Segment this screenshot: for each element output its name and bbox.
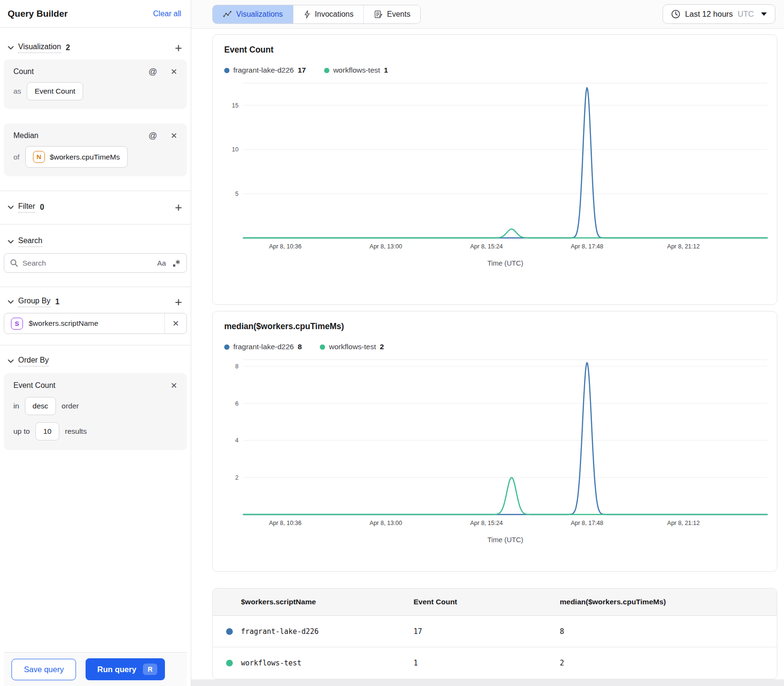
svg-text:Time (UTC): Time (UTC) bbox=[487, 536, 523, 544]
number-type-icon: N bbox=[33, 151, 45, 163]
svg-text:15: 15 bbox=[232, 102, 239, 109]
median-cpu-chart-card: median($workers.cpuTimeMs) fragrant-lake… bbox=[212, 311, 777, 572]
svg-text:Apr 8, 21:12: Apr 8, 21:12 bbox=[667, 520, 700, 526]
save-query-button[interactable]: Save query bbox=[11, 659, 76, 680]
series-total: 8 bbox=[298, 343, 302, 351]
svg-text:Time (UTC): Time (UTC) bbox=[487, 259, 523, 267]
close-icon[interactable]: ✕ bbox=[171, 68, 177, 76]
field-selector[interactable]: N $workers.cpuTimeMs bbox=[25, 146, 128, 168]
legend-item: workflows-test1 bbox=[324, 66, 388, 75]
column-header: $workers.scriptName bbox=[213, 598, 414, 606]
series-color-dot bbox=[224, 68, 229, 73]
mention-icon[interactable]: @ bbox=[148, 131, 157, 140]
horizontal-scrollbar-track[interactable] bbox=[191, 679, 784, 686]
order-by-section-label: Order By bbox=[18, 356, 49, 366]
series-color-dot bbox=[226, 660, 233, 666]
close-icon[interactable]: ✕ bbox=[171, 132, 177, 140]
chevron-down-icon[interactable] bbox=[6, 357, 15, 365]
view-tabs: Visualizations Invocations Events bbox=[212, 5, 421, 24]
legend-item: fragrant-lake-d2268 bbox=[224, 343, 302, 351]
add-filter-button[interactable]: + bbox=[173, 203, 184, 212]
filter-section-label: Filter bbox=[18, 202, 35, 213]
search-icon bbox=[10, 259, 18, 267]
sidebar-footer: Save query Run query R bbox=[4, 652, 187, 686]
visualization-card-median: Median @ ✕ of N $workers.cpuTimeMs bbox=[4, 123, 187, 176]
direction-value: desc bbox=[33, 402, 48, 410]
event-count-chart: 51015Apr 8, 10:36Apr 8, 13:00Apr 8, 15:2… bbox=[224, 80, 774, 271]
line-chart-icon bbox=[223, 10, 232, 18]
table-row: fragrant-lake-d226178 bbox=[213, 616, 777, 647]
tab-invocations[interactable]: Invocations bbox=[293, 5, 364, 23]
table-body: fragrant-lake-d226178workflows-test12 bbox=[213, 616, 777, 679]
tab-events[interactable]: Events bbox=[363, 5, 420, 23]
clear-all-button[interactable]: Clear all bbox=[153, 10, 181, 18]
add-visualization-button[interactable]: + bbox=[173, 43, 184, 53]
chevron-down-icon[interactable] bbox=[6, 298, 15, 306]
group-by-item[interactable]: S $workers.scriptName ✕ bbox=[4, 313, 187, 334]
series-name: workflows-test bbox=[329, 343, 376, 351]
chevron-down-icon[interactable] bbox=[6, 43, 15, 52]
in-label: in bbox=[13, 402, 19, 410]
order-by-field: Event Count bbox=[13, 381, 55, 390]
column-header: median($workers.cpuTimeMs) bbox=[560, 598, 777, 606]
regex-toggle-icon[interactable] bbox=[172, 259, 181, 268]
sidebar-body: Visualization 2 + Count @ ✕ as Event Cou… bbox=[0, 28, 191, 686]
alias-field[interactable]: Event Count bbox=[27, 82, 83, 100]
visualization-count: 2 bbox=[66, 43, 70, 52]
time-range-label: Last 12 hours bbox=[685, 10, 733, 19]
series-name: fragrant-lake-d226 bbox=[233, 66, 294, 75]
run-query-label: Run query bbox=[97, 665, 136, 674]
search-input[interactable] bbox=[22, 259, 153, 268]
svg-text:Apr 8, 10:36: Apr 8, 10:36 bbox=[269, 520, 302, 526]
case-sensitive-toggle[interactable]: Aa bbox=[157, 259, 166, 267]
filter-count: 0 bbox=[40, 203, 44, 212]
script-name-cell: workflows-test bbox=[241, 659, 301, 667]
results-label: results bbox=[65, 427, 87, 436]
add-group-by-button[interactable]: + bbox=[173, 297, 184, 307]
time-range-selector[interactable]: Last 12 hours UTC bbox=[663, 4, 775, 24]
field-value: $workers.cpuTimeMs bbox=[50, 153, 120, 161]
chevron-down-icon[interactable] bbox=[6, 203, 15, 212]
median-cell: 2 bbox=[560, 659, 777, 667]
bolt-icon bbox=[304, 10, 311, 19]
svg-text:Apr 8, 17:48: Apr 8, 17:48 bbox=[571, 243, 603, 250]
main-header: Visualizations Invocations Events Last 1… bbox=[191, 0, 784, 29]
svg-text:8: 8 bbox=[235, 363, 239, 370]
group-by-section-label: Group By bbox=[18, 297, 51, 307]
connector-label: of bbox=[13, 153, 20, 161]
search-section-label: Search bbox=[18, 236, 43, 247]
svg-text:10: 10 bbox=[232, 146, 239, 153]
close-icon[interactable]: ✕ bbox=[171, 382, 177, 390]
keyboard-shortcut-badge: R bbox=[143, 664, 157, 675]
median-cell: 8 bbox=[560, 627, 777, 636]
run-query-button[interactable]: Run query R bbox=[86, 658, 165, 680]
order-by-card: Event Count ✕ in desc order up to 10 res… bbox=[4, 373, 187, 450]
mention-icon[interactable]: @ bbox=[148, 67, 157, 76]
svg-text:5: 5 bbox=[235, 191, 239, 197]
limit-input[interactable]: 10 bbox=[35, 422, 59, 440]
tab-visualizations[interactable]: Visualizations bbox=[213, 5, 293, 23]
chevron-down-icon[interactable] bbox=[6, 237, 15, 246]
svg-text:Apr 8, 21:12: Apr 8, 21:12 bbox=[667, 243, 700, 250]
note-icon bbox=[374, 10, 382, 19]
close-icon: ✕ bbox=[172, 320, 179, 328]
timezone-label: UTC bbox=[738, 10, 754, 19]
chevron-down-icon bbox=[761, 12, 767, 16]
direction-selector[interactable]: desc bbox=[25, 397, 56, 415]
legend-item: workflows-test2 bbox=[320, 343, 384, 351]
series-color-dot bbox=[226, 628, 233, 635]
results-table: $workers.scriptName Event Count median($… bbox=[212, 588, 777, 679]
up-to-label: up to bbox=[13, 427, 30, 436]
remove-group-by-button[interactable]: ✕ bbox=[164, 313, 186, 333]
clock-icon bbox=[671, 10, 680, 19]
main-panel: Visualizations Invocations Events Last 1… bbox=[191, 0, 784, 686]
alias-value: Event Count bbox=[34, 87, 75, 96]
series-color-dot bbox=[324, 68, 329, 73]
chart-legend: fragrant-lake-d2268workflows-test2 bbox=[224, 343, 777, 351]
series-total: 17 bbox=[298, 66, 306, 75]
series-name: fragrant-lake-d226 bbox=[233, 343, 294, 351]
group-by-count: 1 bbox=[55, 298, 60, 306]
string-type-icon: S bbox=[11, 318, 23, 330]
aggregation-name: Count bbox=[13, 67, 34, 76]
query-builder-sidebar: Query Builder Clear all Visualization 2 … bbox=[0, 0, 191, 686]
